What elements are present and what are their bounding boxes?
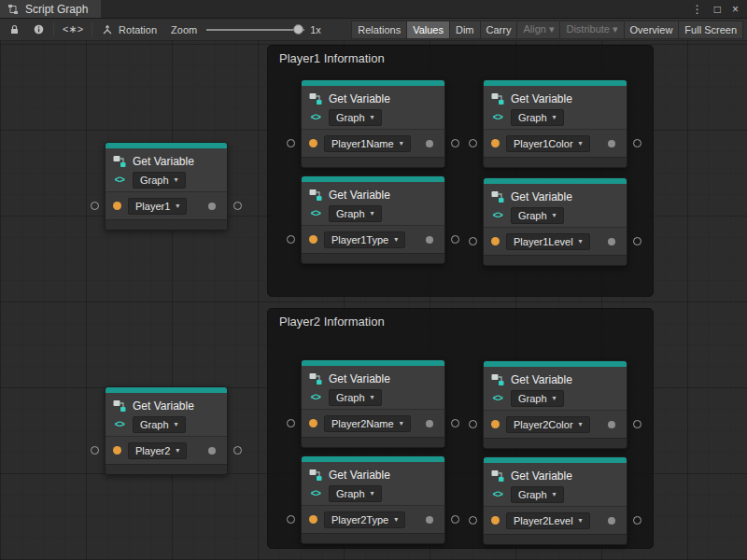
output-port-ring[interactable] xyxy=(451,139,459,147)
value-output-dot[interactable] xyxy=(608,517,615,525)
output-port-ring[interactable] xyxy=(233,202,242,210)
variable-name-dropdown[interactable]: Player1Type ▾ xyxy=(324,231,405,248)
lock-button[interactable] xyxy=(3,21,25,39)
relations-toggle[interactable]: Relations xyxy=(351,21,407,39)
get-variable-node[interactable]: Get Variable <> Graph ▾ Player1Color ▾ xyxy=(483,79,627,168)
output-port-ring[interactable] xyxy=(451,235,459,244)
variable-input-port[interactable] xyxy=(491,139,500,147)
fit-view-button[interactable]: <∗> xyxy=(58,21,88,39)
carry-toggle[interactable]: Carry xyxy=(481,21,518,39)
graph-dropdown[interactable]: Graph ▾ xyxy=(133,172,186,189)
value-output-dot[interactable] xyxy=(426,236,433,244)
get-variable-node[interactable]: Get Variable <> Graph ▾ Player1Type ▾ xyxy=(301,175,445,264)
variable-name-dropdown[interactable]: Player1Name ▾ xyxy=(324,135,411,152)
input-port-ring[interactable] xyxy=(287,515,295,524)
variable-input-port[interactable] xyxy=(309,139,317,147)
graph-code-icon: <> xyxy=(309,392,322,402)
graph-dropdown[interactable]: Graph ▾ xyxy=(511,207,564,224)
variable-name-dropdown[interactable]: Player2Name ▾ xyxy=(324,415,411,432)
output-port-ring[interactable] xyxy=(451,419,459,427)
variable-name-dropdown[interactable]: Player2 ▾ xyxy=(128,442,187,459)
distribute-dropdown-button[interactable]: Distribute ▾ xyxy=(560,21,624,39)
node-port-row: Player2 ▾ xyxy=(106,436,227,464)
info-button[interactable] xyxy=(27,21,49,39)
node-header: Get Variable <> Graph ▾ xyxy=(106,393,227,436)
variable-name-dropdown[interactable]: Player2Type ▾ xyxy=(324,511,405,528)
graph-dropdown[interactable]: Graph ▾ xyxy=(511,390,564,407)
variable-input-port[interactable] xyxy=(113,446,121,455)
variable-name-dropdown[interactable]: Player1 ▾ xyxy=(128,198,187,215)
get-variable-node[interactable]: Get Variable <> Graph ▾ Player2Level ▾ xyxy=(483,456,627,545)
value-output-dot[interactable] xyxy=(608,421,615,428)
value-output-dot[interactable] xyxy=(608,238,615,245)
full-screen-button[interactable]: Full Screen xyxy=(679,21,743,39)
variable-input-port[interactable] xyxy=(491,420,500,428)
variable-input-port[interactable] xyxy=(113,202,121,210)
output-port-ring[interactable] xyxy=(633,516,641,525)
window-close-icon[interactable]: × xyxy=(732,4,739,15)
dim-toggle[interactable]: Dim xyxy=(450,21,481,39)
value-output-dot[interactable] xyxy=(208,447,216,455)
input-port-ring[interactable] xyxy=(469,139,477,147)
values-toggle[interactable]: Values xyxy=(407,21,450,39)
value-output-dot[interactable] xyxy=(426,516,433,524)
group-title[interactable]: Player1 Information xyxy=(268,46,653,71)
variable-name-dropdown[interactable]: Player1Level ▾ xyxy=(506,233,590,250)
tab-script-graph[interactable]: Script Graph xyxy=(0,0,101,18)
input-port-ring[interactable] xyxy=(469,420,477,428)
input-port-ring[interactable] xyxy=(287,139,295,147)
input-port-ring[interactable] xyxy=(91,202,99,210)
value-output-dot[interactable] xyxy=(608,140,615,147)
input-port-ring[interactable] xyxy=(469,516,477,525)
input-port-ring[interactable] xyxy=(287,235,295,244)
graph-dropdown[interactable]: Graph ▾ xyxy=(329,109,382,126)
align-dropdown-button[interactable]: Align ▾ xyxy=(517,21,560,39)
get-variable-node[interactable]: Get Variable <> Graph ▾ Player1Level ▾ xyxy=(483,177,627,266)
graph-dropdown[interactable]: Graph ▾ xyxy=(329,389,382,406)
node-footer xyxy=(484,534,627,544)
graph-dropdown[interactable]: Graph ▾ xyxy=(329,205,382,222)
variable-input-port[interactable] xyxy=(491,237,500,245)
output-port-ring[interactable] xyxy=(451,515,459,524)
get-variable-node[interactable]: Get Variable <> Graph ▾ Player2Name ▾ xyxy=(301,359,445,448)
rotation-button[interactable]: Rotation xyxy=(96,21,162,39)
value-output-dot[interactable] xyxy=(208,203,216,210)
variable-input-port[interactable] xyxy=(491,516,500,525)
zoom-slider-handle[interactable] xyxy=(293,24,303,35)
caret-down-icon: ▾ xyxy=(579,421,583,428)
zoom-slider[interactable] xyxy=(206,21,304,39)
input-port-ring[interactable] xyxy=(287,419,295,427)
graph-dropdown[interactable]: Graph ▾ xyxy=(511,486,564,503)
output-port-ring[interactable] xyxy=(633,420,641,428)
variable-input-port[interactable] xyxy=(309,235,317,244)
output-port-ring[interactable] xyxy=(633,139,641,147)
input-port-ring[interactable] xyxy=(91,446,99,455)
graph-dropdown[interactable]: Graph ▾ xyxy=(511,109,564,126)
get-variable-node[interactable]: Get Variable <> Graph ▾ Player2Color ▾ xyxy=(483,360,627,449)
node-footer xyxy=(106,219,227,230)
get-variable-node[interactable]: Get Variable <> Graph ▾ Player2Type ▾ xyxy=(301,455,445,544)
graph-dropdown[interactable]: Graph ▾ xyxy=(133,416,186,433)
input-port-ring[interactable] xyxy=(469,237,477,245)
graph-canvas[interactable]: Player1 Information Player2 Information … xyxy=(0,41,747,560)
get-variable-node[interactable]: Get Variable <> Graph ▾ Player1 ▾ xyxy=(105,142,228,231)
group-title[interactable]: Player2 Information xyxy=(268,309,653,334)
get-variable-node[interactable]: Get Variable <> Graph ▾ Player1Name ▾ xyxy=(301,79,445,168)
overview-button[interactable]: Overview xyxy=(625,21,680,39)
variable-name-dropdown[interactable]: Player1Color ▾ xyxy=(506,135,590,152)
variable-input-port[interactable] xyxy=(309,419,317,427)
graph-dropdown[interactable]: Graph ▾ xyxy=(329,485,382,502)
variable-input-port[interactable] xyxy=(309,515,317,524)
output-port-ring[interactable] xyxy=(633,237,641,245)
value-output-dot[interactable] xyxy=(426,420,433,427)
variable-name-dropdown[interactable]: Player2Level ▾ xyxy=(506,512,590,529)
window-menu-icon[interactable]: ⋮ xyxy=(692,4,703,15)
get-variable-node[interactable]: Get Variable <> Graph ▾ Player2 ▾ xyxy=(105,386,228,475)
graph-code-icon: <> xyxy=(113,419,126,429)
graph-dropdown-label: Graph xyxy=(518,489,547,500)
window-maximize-icon[interactable]: □ xyxy=(714,4,721,15)
value-output-dot[interactable] xyxy=(426,140,433,147)
variable-name-dropdown[interactable]: Player2Color ▾ xyxy=(506,416,590,433)
output-port-ring[interactable] xyxy=(233,446,242,455)
get-variable-icon xyxy=(113,399,126,413)
